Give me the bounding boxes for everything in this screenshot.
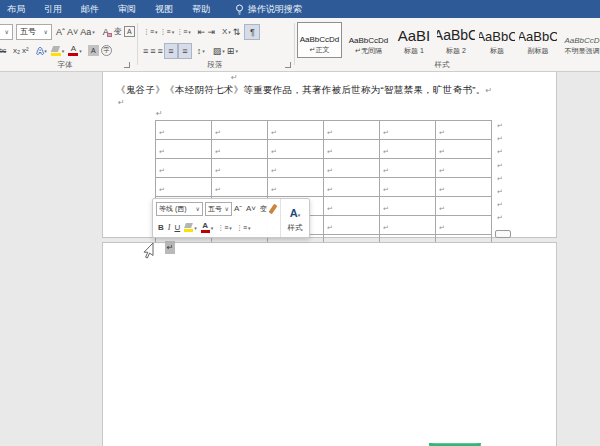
word-window: 布局 引用 邮件 审阅 视图 帮助 操作说明搜索 ∨ 五号 ∨	[0, 0, 600, 446]
table-cell[interactable]: ↵	[268, 178, 324, 197]
table-cell[interactable]: ↵	[156, 121, 212, 140]
chevron-down-icon: ∨	[225, 205, 229, 212]
paragraph-text: 《鬼谷子》《本经阴符七术》等重要作品，其著作被后世称为“智慧禁果，旷世奇书”。	[116, 84, 486, 95]
style-chip-title[interactable]: AaBbC 标题	[479, 22, 515, 58]
pilcrow-mark: ↵	[383, 205, 389, 212]
mini-numbering-button[interactable]: ⋮≡ ▾	[234, 220, 253, 235]
mini-shrink-font-button[interactable]: A˅	[244, 201, 258, 216]
chevron-down-icon: ▾	[229, 225, 232, 231]
table-cell[interactable]: ↵	[436, 216, 492, 235]
table-row: ↵↵↵↵↵↵	[156, 178, 492, 197]
mini-font-color-button[interactable]: A ▾	[199, 220, 216, 235]
table-cell[interactable]: ↵	[324, 216, 380, 235]
mini-toolbar: 等线 (西) ∨ 五号 ∨ Aˆ A˅ 变 B I	[152, 198, 310, 238]
pilcrow-mark: ↵	[439, 129, 445, 136]
pilcrow-mark: ↵	[215, 148, 221, 155]
pilcrow-mark: ↵	[383, 186, 389, 193]
mini-underline-button[interactable]: U	[172, 220, 182, 235]
pilcrow-mark: ↵	[486, 86, 493, 95]
table-cell[interactable]: ↵	[436, 121, 492, 140]
pilcrow-mark: ↵	[215, 129, 221, 136]
tab-layout[interactable]: 布局	[7, 3, 25, 16]
table-cell[interactable]: ↵	[380, 197, 436, 216]
tab-view[interactable]: 视图	[155, 3, 173, 16]
chevron-down-icon: ▾	[298, 212, 301, 218]
mini-bullets-button[interactable]: ⋮≡ ▾	[215, 220, 234, 235]
mini-font-name-combo[interactable]: 等线 (西) ∨	[156, 202, 203, 216]
style-name: 标题	[490, 46, 504, 56]
pilcrow-mark: ↵	[497, 214, 503, 221]
table-cell[interactable]: ↵	[212, 140, 268, 159]
table-cell[interactable]: ↵	[436, 178, 492, 197]
lightbulb-icon	[235, 4, 244, 15]
table-cell[interactable]: ↵	[156, 140, 212, 159]
table-cell[interactable]: ↵	[324, 178, 380, 197]
style-name: 标题 2	[446, 46, 466, 56]
pilcrow-mark: ↵	[327, 186, 333, 193]
table-cell[interactable]: ↵	[380, 121, 436, 140]
style-chip-heading2[interactable]: AaBbC 标题 2	[437, 22, 475, 58]
tab-references[interactable]: 引用	[44, 3, 62, 16]
table-cell[interactable]: ↵	[212, 121, 268, 140]
mini-styles-button[interactable]: A▾ 样式	[280, 199, 309, 237]
table-cell[interactable]: ↵	[324, 159, 380, 178]
table-cell[interactable]: ↵	[156, 159, 212, 178]
style-name: 标题 1	[404, 46, 424, 56]
ribbon-tab-bar: 布局 引用 邮件 审阅 视图 帮助 操作说明搜索	[0, 0, 600, 18]
table-cell[interactable]: ↵	[380, 159, 436, 178]
table-cell[interactable]: ↵	[380, 178, 436, 197]
tell-me-search[interactable]: 操作说明搜索	[235, 3, 302, 16]
document-text-line[interactable]: 《鬼谷子》《本经阴符七术》等重要作品，其著作被后世称为“智慧禁果，旷世奇书”。↵	[116, 84, 493, 97]
style-sample: AaBbC	[519, 28, 557, 46]
mini-font-size-combo[interactable]: 五号 ∨	[205, 202, 232, 216]
pilcrow-mark: ↵	[327, 129, 333, 136]
table-cell[interactable]: ↵	[324, 121, 380, 140]
table-cell[interactable]: ↵	[156, 178, 212, 197]
style-sample: AaBbCcDd	[300, 34, 340, 45]
table-resize-handle[interactable]	[495, 230, 511, 238]
style-chip-normal[interactable]: AaBbCcDd ↵正文	[297, 22, 342, 58]
table-cell[interactable]: ↵	[324, 197, 380, 216]
table-row: ↵↵↵↵↵↵	[156, 140, 492, 159]
chevron-down-icon: ▾	[194, 225, 197, 231]
mini-phonetic-button[interactable]: 变	[258, 201, 269, 216]
table-cell[interactable]: ↵	[268, 159, 324, 178]
ribbon: ∨ 五号 ∨ Aˆ A˅ Aa ▾ A 变 A	[0, 18, 600, 72]
table-cell[interactable]: ↵	[268, 121, 324, 140]
style-chip-subtle-emphasis[interactable]: AaBbCcD 不明显强调	[561, 22, 600, 58]
pilcrow-mark: ↵	[497, 201, 503, 208]
mini-grow-font-button[interactable]: Aˆ	[232, 201, 244, 216]
format-painter-icon	[269, 203, 278, 213]
table-cell[interactable]: ↵	[268, 140, 324, 159]
table-cell[interactable]: ↵	[436, 159, 492, 178]
table-row: ↵↵↵↵↵↵	[156, 159, 492, 178]
table-cell[interactable]: ↵	[324, 140, 380, 159]
mini-bold-button[interactable]: B	[156, 220, 166, 235]
mini-format-painter-button[interactable]	[269, 201, 277, 216]
style-chip-subtitle[interactable]: AaBbC 副标题	[519, 22, 557, 58]
mini-styles-label: 样式	[288, 223, 303, 233]
pilcrow-mark: ↵	[231, 74, 238, 82]
styles-icon: A	[290, 207, 298, 219]
table-cell[interactable]: ↵	[436, 140, 492, 159]
mini-font-name: 等线 (西)	[159, 204, 187, 214]
tab-help[interactable]: 帮助	[192, 3, 210, 16]
pilcrow-mark: ↵	[159, 129, 165, 136]
style-sample: AaBbC	[479, 28, 515, 46]
style-chip-heading1[interactable]: AaBI 标题 1	[395, 22, 433, 58]
table-cell[interactable]: ↵	[212, 178, 268, 197]
page-2[interactable]	[102, 242, 557, 446]
mini-highlight-button[interactable]: ▾	[182, 220, 199, 235]
table-cell[interactable]: ↵	[212, 159, 268, 178]
table-cell[interactable]: ↵	[380, 140, 436, 159]
tab-review[interactable]: 审阅	[118, 3, 136, 16]
table-cell[interactable]: ↵	[380, 216, 436, 235]
mini-italic-button[interactable]: I	[166, 220, 173, 235]
selected-pilcrow[interactable]: ↵	[165, 241, 175, 254]
table-cell[interactable]: ↵	[436, 197, 492, 216]
pilcrow-mark: ↵	[439, 148, 445, 155]
tab-mailings[interactable]: 邮件	[81, 3, 99, 16]
style-chip-no-spacing[interactable]: AaBbCcDd ↵无间隔	[346, 22, 391, 58]
pilcrow-mark: ↵	[159, 148, 165, 155]
pilcrow-mark: ↵	[118, 99, 125, 107]
